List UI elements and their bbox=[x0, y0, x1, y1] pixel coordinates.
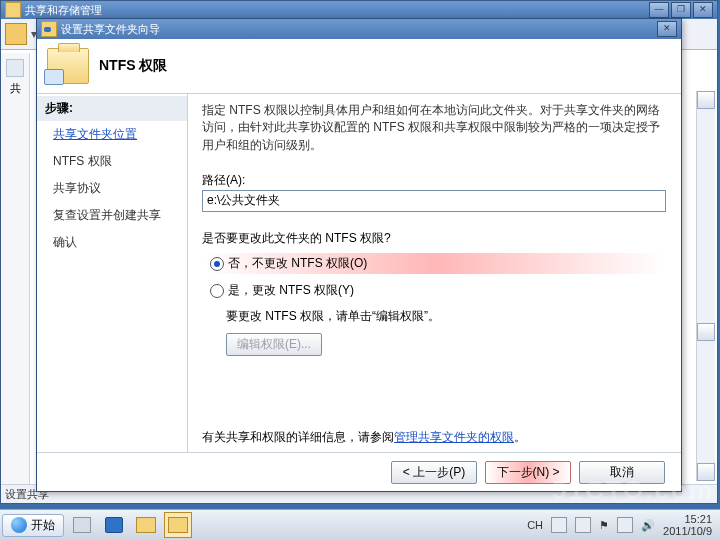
folder-share-icon bbox=[47, 48, 89, 84]
tray-icon[interactable] bbox=[575, 517, 591, 533]
pane-button[interactable] bbox=[697, 463, 715, 481]
steps-header: 步骤: bbox=[37, 96, 187, 121]
start-label: 开始 bbox=[31, 517, 55, 534]
wizard-icon bbox=[41, 21, 57, 37]
app-icon bbox=[5, 2, 21, 18]
tray-network-icon[interactable] bbox=[617, 517, 633, 533]
radio-yes-label: 是，更改 NTFS 权限(Y) bbox=[228, 282, 354, 299]
wizard-titlebar[interactable]: 设置共享文件夹向导 ✕ bbox=[37, 19, 681, 39]
question-text: 是否要更改此文件夹的 NTFS 权限? bbox=[202, 230, 665, 247]
minimize-button[interactable]: — bbox=[649, 2, 669, 18]
system-tray: CH ⚑ 🔊 15:21 2011/10/9 bbox=[527, 513, 718, 537]
next-button[interactable]: 下一步(N) > bbox=[485, 461, 571, 484]
step-review[interactable]: 复查设置并创建共享 bbox=[37, 202, 187, 229]
tray-flag-icon[interactable]: ⚑ bbox=[599, 519, 609, 532]
clock[interactable]: 15:21 2011/10/9 bbox=[663, 513, 712, 537]
language-indicator[interactable]: CH bbox=[527, 519, 543, 531]
help-text: 有关共享和权限的详细信息，请参阅管理共享文件夹的权限。 bbox=[202, 429, 526, 446]
wizard-content: 指定 NTFS 权限以控制具体用户和组如何在本地访问此文件夹。对于共享文件夹的网… bbox=[188, 94, 681, 452]
path-input[interactable] bbox=[202, 190, 666, 212]
step-protocol[interactable]: 共享协议 bbox=[37, 175, 187, 202]
step-ntfs[interactable]: NTFS 权限 bbox=[37, 148, 187, 175]
wizard-dialog: 设置共享文件夹向导 ✕ NTFS 权限 步骤: 共享文件夹位置 NTFS 权限 … bbox=[36, 18, 682, 492]
help-link[interactable]: 管理共享文件夹的权限 bbox=[394, 430, 514, 444]
parent-title-text: 共享和存储管理 bbox=[25, 3, 102, 18]
radio-no[interactable] bbox=[210, 257, 224, 271]
radio-no-label: 否，不更改 NTFS 权限(O) bbox=[228, 255, 367, 272]
path-label: 路径(A): bbox=[202, 172, 665, 189]
right-actions-pane bbox=[696, 91, 715, 481]
windows-orb-icon bbox=[11, 517, 27, 533]
users-badge-icon bbox=[44, 69, 64, 85]
quicklaunch-server-manager[interactable] bbox=[68, 512, 96, 538]
edit-permissions-button: 编辑权限(E)... bbox=[226, 333, 322, 356]
toolbar-icon[interactable] bbox=[5, 23, 27, 45]
taskbar: 开始 CH ⚑ 🔊 15:21 2011/10/9 bbox=[0, 509, 720, 540]
parent-sidebar: 共 bbox=[1, 53, 30, 485]
maximize-button[interactable]: ❐ bbox=[671, 2, 691, 18]
tray-volume-icon[interactable]: 🔊 bbox=[641, 519, 655, 532]
tray-icon[interactable] bbox=[551, 517, 567, 533]
prev-button[interactable]: < 上一步(P) bbox=[391, 461, 477, 484]
parent-titlebar[interactable]: 共享和存储管理 — ❐ ✕ bbox=[1, 1, 717, 19]
description-text: 指定 NTFS 权限以控制具体用户和组如何在本地访问此文件夹。对于共享文件夹的网… bbox=[202, 102, 665, 154]
yes-hint: 要更改 NTFS 权限，请单击“编辑权限”。 bbox=[226, 308, 665, 325]
quicklaunch-explorer[interactable] bbox=[132, 512, 160, 538]
quicklaunch-powershell[interactable] bbox=[100, 512, 128, 538]
radio-yes[interactable] bbox=[210, 284, 224, 298]
step-confirm[interactable]: 确认 bbox=[37, 229, 187, 256]
wizard-header: NTFS 权限 bbox=[37, 39, 681, 94]
radio-yes-row[interactable]: 是，更改 NTFS 权限(Y) bbox=[204, 280, 665, 301]
step-location[interactable]: 共享文件夹位置 bbox=[37, 121, 187, 148]
wizard-heading: NTFS 权限 bbox=[99, 57, 167, 75]
sidebar-icon[interactable] bbox=[6, 59, 24, 77]
cancel-button[interactable]: 取消 bbox=[579, 461, 665, 484]
taskbar-app-share-mgmt[interactable] bbox=[164, 512, 192, 538]
wizard-steps: 步骤: 共享文件夹位置 NTFS 权限 共享协议 复查设置并创建共享 确认 bbox=[37, 94, 188, 452]
pane-button[interactable] bbox=[697, 91, 715, 109]
start-button[interactable]: 开始 bbox=[2, 514, 64, 537]
radio-no-row[interactable]: 否，不更改 NTFS 权限(O) bbox=[204, 253, 665, 274]
wizard-title-text: 设置共享文件夹向导 bbox=[61, 22, 160, 37]
wizard-close-button[interactable]: ✕ bbox=[657, 21, 677, 37]
close-button[interactable]: ✕ bbox=[693, 2, 713, 18]
pane-button[interactable] bbox=[697, 323, 715, 341]
wizard-footer: < 上一步(P) 下一步(N) > 取消 bbox=[37, 452, 681, 491]
